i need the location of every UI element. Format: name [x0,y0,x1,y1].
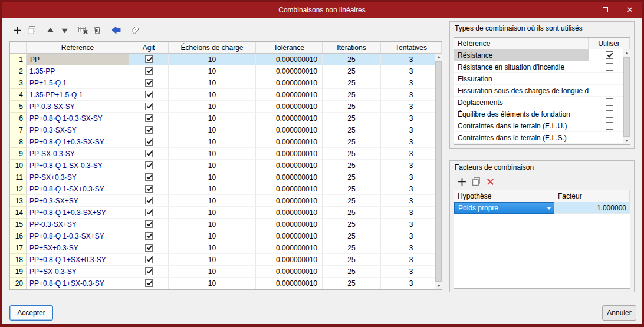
echelons-cell[interactable]: 10 [169,278,256,289]
iterations-cell[interactable]: 25 [323,77,381,89]
tolerance-cell[interactable]: 0.000000010 [256,54,323,65]
row-number-cell[interactable]: 20 [10,278,27,289]
agit-cell[interactable] [129,254,169,266]
row-number-cell[interactable]: 19 [10,266,27,278]
reference-cell[interactable]: PP-SX-0.3·SY [27,148,129,160]
agit-checkbox[interactable] [145,91,153,98]
iterations-cell[interactable]: 25 [323,219,381,230]
agit-cell[interactable] [129,77,169,89]
tolerance-cell[interactable]: 0.000000010 [256,242,323,254]
duplicate-factor-button[interactable] [469,175,483,188]
col-header-facteur[interactable]: Facteur [554,190,630,202]
tentatives-cell[interactable]: 3 [381,171,442,183]
type-row[interactable]: Contraintes dans le terrain (E.L.U.) [454,120,630,132]
agit-cell[interactable] [129,160,169,171]
agit-cell[interactable] [129,278,169,289]
accept-button[interactable]: Accepter [9,305,53,321]
tentatives-cell[interactable]: 3 [381,136,442,148]
type-row[interactable]: Résistance [454,49,630,61]
echelons-cell[interactable]: 10 [169,124,256,136]
duplicate-row-button[interactable] [24,24,38,37]
use-checkbox[interactable] [606,134,613,141]
use-checkbox[interactable] [606,87,613,94]
echelons-cell[interactable]: 10 [169,65,256,77]
tolerance-cell[interactable]: 0.000000010 [256,171,323,183]
iterations-cell[interactable]: 25 [323,242,381,254]
tolerance-cell[interactable]: 0.000000010 [256,136,323,148]
reference-cell[interactable]: 1.35·PP [27,65,129,77]
agit-checkbox[interactable] [145,150,153,157]
agit-cell[interactable] [129,183,169,195]
agit-cell[interactable] [129,242,169,254]
reference-cell[interactable]: PP+SX+0.3·SY [27,242,129,254]
agit-checkbox[interactable] [145,161,153,169]
reference-cell[interactable]: 1.35·PP+1.5·Q 1 [27,89,129,101]
tentatives-cell[interactable]: 3 [381,207,442,219]
tentatives-cell[interactable]: 3 [381,148,442,160]
scrollbar-thumb[interactable] [435,61,442,282]
row-number-cell[interactable]: 14 [10,207,27,219]
tentatives-cell[interactable]: 3 [381,266,442,278]
row-number-cell[interactable]: 18 [10,254,27,266]
types-table-scrollbar[interactable] [623,49,630,144]
agit-checkbox[interactable] [145,209,153,216]
tentatives-cell[interactable]: 3 [381,254,442,266]
agit-checkbox[interactable] [145,114,153,122]
row-number-cell[interactable]: 7 [10,124,27,136]
delete-all-button[interactable] [90,24,104,37]
reference-cell[interactable]: PP+0.8·Q 1-SX+0.3·SY [27,183,129,195]
tolerance-cell[interactable]: 0.000000010 [256,278,323,289]
close-button[interactable]: ✕ [625,5,635,15]
row-number-cell[interactable]: 16 [10,230,27,242]
tolerance-cell[interactable]: 0.000000010 [256,160,323,171]
echelons-cell[interactable]: 10 [169,230,256,242]
row-number-cell[interactable]: 11 [10,171,27,183]
tolerance-cell[interactable]: 0.000000010 [256,195,323,207]
iterations-cell[interactable]: 25 [323,89,381,101]
agit-checkbox[interactable] [145,279,153,287]
reference-cell[interactable]: PP+0.8·Q 1+0.3·SX-SY [27,136,129,148]
agit-cell[interactable] [129,148,169,160]
echelons-cell[interactable]: 10 [169,195,256,207]
tolerance-cell[interactable]: 0.000000010 [256,219,323,230]
reference-cell[interactable]: PP+0.3·SX-SY [27,124,129,136]
agit-checkbox[interactable] [145,220,153,228]
tentatives-cell[interactable]: 3 [381,219,442,230]
row-number-cell[interactable]: 4 [10,89,27,101]
agit-cell[interactable] [129,124,169,136]
tentatives-cell[interactable]: 3 [381,195,442,207]
row-number-cell[interactable]: 1 [10,54,27,65]
reference-cell[interactable]: PP+0.8·Q 1-0.3·SX-SY [27,113,129,124]
row-number-cell[interactable]: 3 [10,77,27,89]
iterations-cell[interactable]: 25 [323,254,381,266]
agit-checkbox[interactable] [145,138,153,146]
echelons-cell[interactable]: 10 [169,136,256,148]
reference-cell[interactable]: PP-0.3·SX+SY [27,219,129,230]
tentatives-cell[interactable]: 3 [381,54,442,65]
tolerance-cell[interactable]: 0.000000010 [256,89,323,101]
agit-cell[interactable] [129,136,169,148]
agit-cell[interactable] [129,266,169,278]
iterations-cell[interactable]: 25 [323,278,381,289]
agit-checkbox[interactable] [145,197,153,204]
col-header-agit[interactable]: Agit [129,42,169,54]
use-checkbox[interactable] [606,122,613,130]
echelons-cell[interactable]: 10 [169,160,256,171]
reference-cell[interactable]: PP+0.8·Q 1-0.3·SX+SY [27,230,129,242]
agit-checkbox[interactable] [145,173,153,181]
agit-cell[interactable] [129,171,169,183]
col-header-tentatives[interactable]: Tentatives [381,42,442,54]
assign-button[interactable] [109,24,123,37]
echelons-cell[interactable]: 10 [169,113,256,124]
remove-row-button[interactable] [76,24,90,37]
echelons-cell[interactable]: 10 [169,219,256,230]
chevron-down-icon[interactable] [544,203,554,213]
hypothese-dropdown[interactable]: Poids propre [454,202,554,214]
tolerance-cell[interactable]: 0.000000010 [256,101,323,113]
iterations-cell[interactable]: 25 [323,171,381,183]
row-number-cell[interactable]: 10 [10,160,27,171]
move-up-button[interactable] [43,24,57,37]
iterations-cell[interactable]: 25 [323,266,381,278]
tentatives-cell[interactable]: 3 [381,278,442,289]
agit-cell[interactable] [129,65,169,77]
